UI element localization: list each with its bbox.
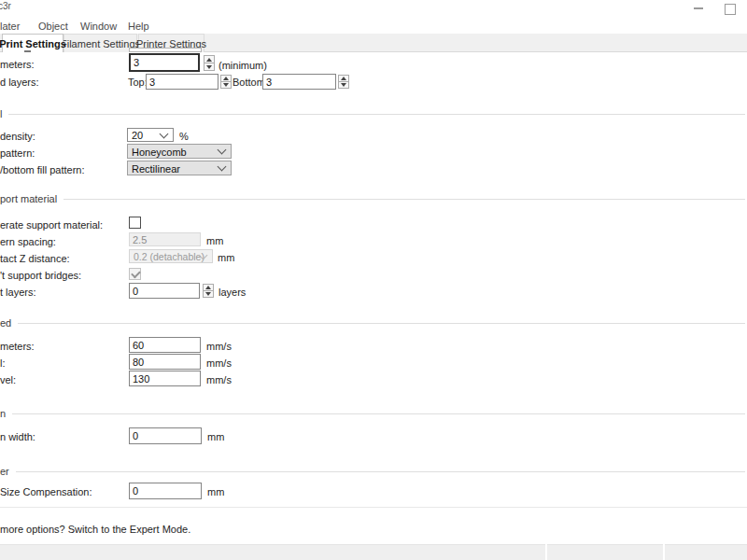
solid-layers-bottom-spinner [338,75,349,89]
solid-layers-top-spinner [220,75,232,89]
pattern-spacing-input [129,232,201,246]
section-brim: n [0,408,745,419]
spin-up-button[interactable] [338,75,349,82]
perimeters-label: meters: [0,59,35,70]
slic3r-window: c3r later Object Window Help Print Setti… [0,0,747,560]
perimeters-input[interactable] [129,53,200,72]
top-bottom-fill-pattern-select[interactable]: Rectilinear [127,161,232,175]
menu-item-window[interactable]: Window [80,21,117,32]
chevron-down-icon [218,146,227,155]
section-support-material: port material [0,193,745,204]
chevron-down-icon [160,129,169,138]
contact-z-distance-label: tact Z distance: [0,253,70,264]
status-bar-divider [545,544,547,560]
xy-size-compensation-unit: mm [207,486,224,497]
dont-support-bridges-checkbox [129,268,141,280]
status-bar-divider [663,544,665,560]
perimeters-note: (minimum) [218,60,267,71]
section-speed: ed [0,317,745,329]
speed-perimeters-unit: mm/s [206,341,232,352]
spin-up-button[interactable] [204,55,215,63]
clipped-text-remnant [24,50,31,52]
solid-layers-bottom-input[interactable] [262,74,336,90]
speed-travel-unit: mm/s [206,374,232,385]
menu-item-plater[interactable]: later [0,21,20,32]
section-other: er [0,466,745,477]
fill-density-unit: % [179,131,189,142]
spin-down-button[interactable] [220,82,232,89]
minimize-icon[interactable] [694,7,703,9]
fill-pattern-label: pattern: [0,147,35,159]
maximize-icon[interactable] [725,4,736,15]
xy-size-compensation-input[interactable] [129,483,202,499]
spin-up-button[interactable] [220,75,232,82]
footer-divider [0,507,747,508]
speed-perimeters-input[interactable] [129,337,201,353]
speed-perimeters-label: meters: [0,341,35,352]
chevron-down-icon [218,162,227,172]
top-bottom-fill-pattern-label: /bottom fill pattern: [0,164,85,175]
fill-density-combo[interactable]: 20 [127,128,174,142]
pattern-spacing-unit: mm [206,235,223,246]
menu-item-help[interactable]: Help [128,21,149,32]
speed-infill-unit: mm/s [206,357,232,369]
brim-width-label: n width: [0,431,35,442]
section-infill: l [0,108,745,119]
section-speed-heading: ed [0,317,11,329]
clipped-control-remnant [129,48,202,52]
fill-pattern-select[interactable]: Honeycomb [127,144,232,159]
spin-up-button[interactable] [203,284,214,291]
menu-item-object[interactable]: Object [38,21,68,32]
solid-layers-label: d layers: [0,77,39,88]
perimeters-spinner [204,55,215,71]
raft-layers-unit: layers [218,287,246,298]
generate-support-label: erate support material: [0,219,103,231]
contact-z-distance-unit: mm [218,252,234,263]
expert-mode-note[interactable]: more options? Switch to the Expert Mode. [0,524,190,535]
spin-down-button[interactable] [203,291,214,298]
speed-travel-label: vel: [0,374,16,385]
solid-layers-top-input[interactable] [146,74,218,90]
raft-layers-spinner [203,284,214,298]
fill-density-label: density: [0,131,35,142]
generate-support-checkbox[interactable] [129,217,141,229]
tab-filament-settings[interactable]: Filament Settings [63,34,137,52]
status-bar [0,544,747,560]
solid-layers-top-label: Top: [128,77,148,88]
section-support-heading: port material [0,193,57,204]
spin-down-button[interactable] [204,63,215,71]
raft-layers-input[interactable] [129,283,200,299]
speed-infill-input[interactable] [129,354,201,370]
brim-width-unit: mm [207,431,224,442]
tab-print-settings[interactable]: Print Settings [2,34,63,52]
section-other-heading: er [0,466,9,477]
spin-down-button[interactable] [338,82,349,89]
raft-layers-label: t layers: [0,287,36,298]
window-title: c3r [0,1,11,11]
xy-size-compensation-label: Size Compensation: [0,486,92,497]
speed-infill-label: l: [0,357,6,369]
section-brim-heading: n [0,408,6,419]
section-infill-heading: l [0,108,2,119]
pattern-spacing-label: ern spacing: [0,236,56,247]
contact-z-distance-select: 0.2 (detachable) [129,249,213,263]
brim-width-input[interactable] [129,427,202,444]
speed-travel-input[interactable] [129,371,201,386]
dont-support-bridges-label: 't support bridges: [0,270,81,281]
